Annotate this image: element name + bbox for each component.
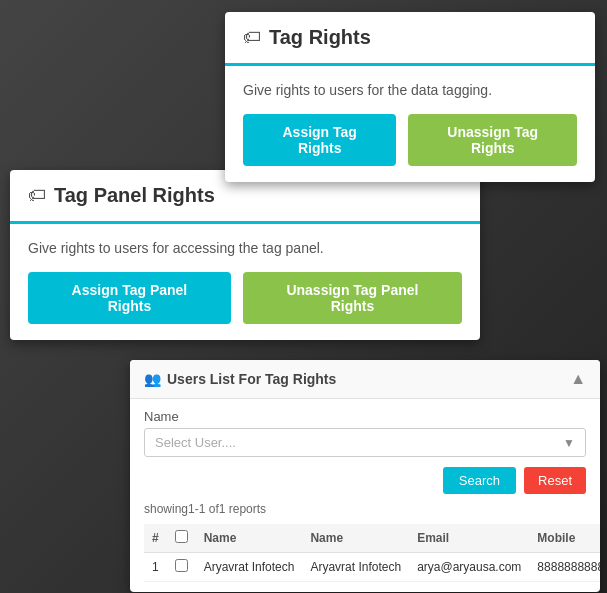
row-name2: Aryavrat Infotech [302, 553, 409, 582]
card-tag-rights-header: 🏷 Tag Rights [225, 12, 595, 66]
tag-panel-description: Give rights to users for accessing the t… [28, 240, 462, 256]
card-tag-panel-body: Give rights to users for accessing the t… [10, 224, 480, 340]
card-tag-rights: 🏷 Tag Rights Give rights to users for th… [225, 12, 595, 182]
showing-text: showing1-1 of1 reports [144, 502, 586, 516]
col-checkbox [167, 524, 196, 553]
col-mobile: Mobile [529, 524, 600, 553]
action-buttons: Search Reset [144, 467, 586, 494]
users-list-title-container: 👥 Users List For Tag Rights [144, 371, 336, 387]
users-list-header: 👥 Users List For Tag Rights ▲ [130, 360, 600, 399]
tag-rights-buttons: Assign Tag Rights Unassign Tag Rights [243, 114, 577, 166]
tag-panel-rights-title: Tag Panel Rights [54, 184, 215, 207]
unassign-tag-panel-button[interactable]: Unassign Tag Panel Rights [243, 272, 462, 324]
search-button[interactable]: Search [443, 467, 516, 494]
col-email: Email [409, 524, 529, 553]
users-list-icon: 👥 [144, 371, 161, 387]
card-users-list: 👥 Users List For Tag Rights ▲ Name Selec… [130, 360, 600, 592]
col-name1: Name [196, 524, 303, 553]
row-num: 1 [144, 553, 167, 582]
row-select-checkbox[interactable] [175, 559, 188, 572]
user-select-placeholder: Select User.... [155, 435, 563, 450]
col-num: # [144, 524, 167, 553]
users-table-body: 1 Aryavrat Infotech Aryavrat Infotech ar… [144, 553, 600, 582]
users-table: # Name Name Email Mobile Tag Rights Tag … [144, 524, 600, 582]
row-email: arya@aryausa.com [409, 553, 529, 582]
row-mobile: 8888888888 [529, 553, 600, 582]
unassign-tag-rights-button[interactable]: Unassign Tag Rights [408, 114, 577, 166]
card-tag-rights-body: Give rights to users for the data taggin… [225, 66, 595, 182]
assign-tag-panel-button[interactable]: Assign Tag Panel Rights [28, 272, 231, 324]
col-name2: Name [302, 524, 409, 553]
tag-panel-buttons: Assign Tag Panel Rights Unassign Tag Pan… [28, 272, 462, 324]
row-name1: Aryavrat Infotech [196, 553, 303, 582]
users-list-body: Name Select User.... ▼ Search Reset show… [130, 399, 600, 592]
tag-panel-rights-icon: 🏷 [28, 185, 46, 206]
users-list-title-text: Users List For Tag Rights [167, 371, 336, 387]
assign-tag-rights-button[interactable]: Assign Tag Rights [243, 114, 396, 166]
card-tag-panel-rights: 🏷 Tag Panel Rights Give rights to users … [10, 170, 480, 340]
table-row: 1 Aryavrat Infotech Aryavrat Infotech ar… [144, 553, 600, 582]
collapse-icon[interactable]: ▲ [570, 370, 586, 388]
select-arrow-icon: ▼ [563, 436, 575, 450]
user-select-wrapper[interactable]: Select User.... ▼ [144, 428, 586, 457]
tag-rights-icon: 🏷 [243, 27, 261, 48]
tag-rights-description: Give rights to users for the data taggin… [243, 82, 577, 98]
row-checkbox[interactable] [167, 553, 196, 582]
select-all-checkbox[interactable] [175, 530, 188, 543]
table-header-row: # Name Name Email Mobile Tag Rights Tag … [144, 524, 600, 553]
name-label: Name [144, 409, 586, 424]
tag-rights-title: Tag Rights [269, 26, 371, 49]
reset-button[interactable]: Reset [524, 467, 586, 494]
